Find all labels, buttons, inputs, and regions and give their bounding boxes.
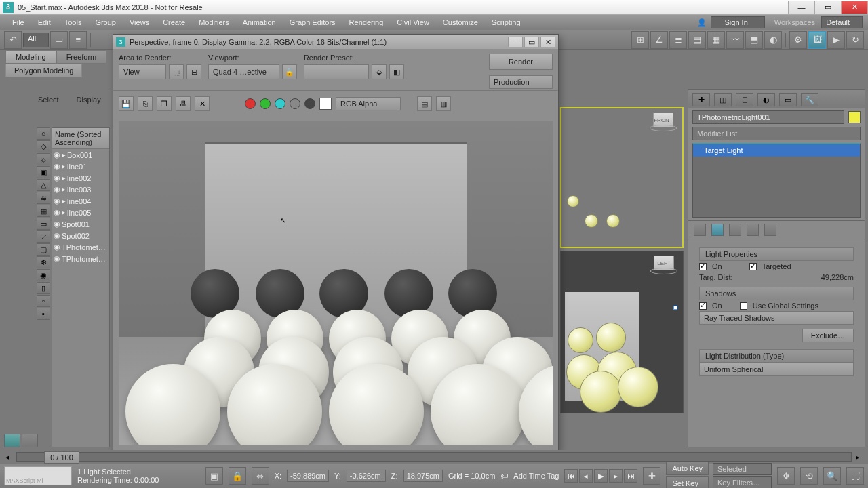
menu-grapheditors[interactable]: Graph Editors — [283, 16, 342, 28]
filter-bone-icon[interactable]: ⟋ — [37, 230, 50, 243]
render-minimize-button[interactable]: — — [508, 37, 523, 47]
time-slider-handle[interactable]: 0 / 100 — [44, 451, 79, 464]
filter-xref-icon[interactable]: ▭ — [37, 218, 50, 230]
targeted-checkbox[interactable] — [749, 263, 757, 270]
ribbon-sub-polygon[interactable]: Polygon Modeling — [5, 64, 82, 77]
viewport-left[interactable]: LEFT — [560, 251, 684, 413]
filter-all-icon[interactable]: ▯ — [37, 282, 50, 294]
goto-start-icon[interactable]: ⏮ — [564, 469, 578, 483]
add-time-tag[interactable]: Add Time Tag — [513, 472, 559, 480]
effects-dialog-icon[interactable]: ◧ — [389, 64, 404, 79]
modifier-stack[interactable]: Target Light — [692, 143, 861, 218]
curve-editor-icon[interactable]: 〰 — [726, 31, 744, 49]
isolate-icon[interactable]: ▣ — [205, 467, 223, 485]
render-preset-dropdown[interactable] — [304, 64, 369, 79]
channel-dropdown[interactable]: RGB Alpha — [336, 97, 401, 110]
tab-modify-icon[interactable]: ◫ — [714, 93, 732, 106]
light-distribution-dropdown[interactable]: Uniform Spherical — [699, 363, 854, 376]
menu-customize[interactable]: Customize — [436, 16, 485, 28]
rollout-light-properties[interactable]: Light Properties — [699, 247, 854, 261]
list-item[interactable]: ◉▸line01 — [52, 161, 109, 172]
coord-z[interactable]: 18,975cm — [403, 470, 443, 482]
tab-hierarchy-icon[interactable]: ⌶ — [736, 93, 753, 106]
exclude-button[interactable]: Exclude… — [802, 329, 854, 342]
menu-file[interactable]: File — [5, 16, 31, 28]
copy-image-icon[interactable]: ⎘ — [138, 96, 153, 111]
viewcube[interactable]: LEFT — [649, 256, 679, 280]
clone-frame-icon[interactable]: ❐ — [157, 96, 172, 111]
edit-region-icon[interactable]: ⬚ — [169, 64, 184, 79]
channel-blue-icon[interactable] — [275, 98, 285, 109]
filter-spacewarps-icon[interactable]: ≋ — [37, 192, 50, 204]
list-item[interactable]: ◉TPhotometricLight001 — [52, 241, 109, 253]
workspaces-dropdown[interactable]: Default — [821, 16, 863, 28]
list-item[interactable]: ◉Spot002 — [52, 230, 109, 241]
filter-groups-icon[interactable]: ▦ — [37, 205, 50, 217]
layers-icon[interactable]: ▤ — [688, 31, 706, 49]
tab-display-icon[interactable]: ▭ — [779, 93, 797, 106]
background-swatch[interactable] — [319, 98, 332, 110]
key-filters-dropdown[interactable]: Key Filters… — [713, 476, 772, 488]
menu-civilview[interactable]: Civil View — [390, 16, 435, 28]
pin-stack-icon[interactable] — [694, 224, 706, 236]
minimize-button[interactable]: — — [788, 1, 815, 14]
menu-views[interactable]: Views — [123, 16, 156, 28]
lock-selection-icon[interactable]: 🔒 — [229, 467, 246, 485]
auto-key-button[interactable]: Auto Key — [666, 462, 709, 475]
menu-edit[interactable]: Edit — [31, 16, 58, 28]
layout-thumb[interactable] — [22, 434, 38, 447]
production-dropdown[interactable]: Production — [489, 75, 553, 89]
render-production-icon[interactable]: ▶ — [827, 31, 845, 49]
filter-none-icon[interactable]: ▫ — [37, 295, 50, 307]
explorer-tab-select[interactable]: Select — [34, 94, 63, 106]
env-dialog-icon[interactable]: ⬙ — [372, 64, 387, 79]
modifier-stack-item[interactable]: Target Light — [693, 144, 860, 157]
shadow-type-dropdown[interactable]: Ray Traced Shadows — [699, 311, 854, 325]
channel-red-icon[interactable] — [245, 98, 256, 109]
list-item[interactable]: ◉▸Box001 — [52, 149, 109, 161]
layer-explorer-icon[interactable]: ▦ — [707, 31, 725, 49]
filter-helpers-icon[interactable]: △ — [37, 179, 50, 191]
schematic-view-icon[interactable]: ⬒ — [745, 31, 763, 49]
lock-viewport-icon[interactable]: 🔒 — [282, 64, 297, 79]
clear-icon[interactable]: ✕ — [195, 96, 210, 111]
tab-create-icon[interactable]: ✚ — [692, 93, 710, 106]
prev-frame-icon[interactable]: ◂ — [579, 469, 593, 483]
menu-tools[interactable]: Tools — [58, 16, 89, 28]
render-titlebar[interactable]: 3 Perspective, frame 0, Display Gamma: 2… — [113, 35, 558, 49]
render-frame-icon[interactable]: 🖼 — [808, 31, 826, 49]
render-close-button[interactable]: ✕ — [540, 37, 555, 47]
align-icon[interactable]: ≣ — [669, 31, 687, 49]
select-by-name-icon[interactable]: ≡ — [69, 31, 87, 49]
selection-filter-dropdown[interactable]: All — [23, 33, 49, 47]
object-name-input[interactable] — [692, 110, 844, 124]
sign-in-dropdown[interactable]: Sign In — [711, 16, 765, 28]
list-item[interactable]: ◉TPhotometricLight002 — [52, 253, 109, 264]
filter-cameras-icon[interactable]: ▣ — [37, 166, 50, 178]
filter-frozen-icon[interactable]: ❄ — [37, 256, 50, 268]
angle-snap-icon[interactable]: ∠ — [650, 31, 668, 49]
list-item[interactable]: ◉Spot001 — [52, 218, 109, 230]
tab-motion-icon[interactable]: ◐ — [757, 93, 775, 106]
coord-x[interactable]: -59,889cm — [287, 470, 329, 482]
filter-invert-icon[interactable]: ▪ — [37, 308, 50, 320]
modifier-list-dropdown[interactable]: Modifier List — [692, 127, 861, 140]
area-to-render-dropdown[interactable]: View — [119, 64, 166, 79]
shadows-on-checkbox[interactable] — [699, 302, 707, 310]
layout-thumb[interactable] — [4, 434, 20, 447]
viewport-front[interactable]: FRONT — [560, 107, 684, 248]
render-button[interactable]: Render — [489, 54, 553, 70]
list-item[interactable]: ◉▸line002 — [52, 172, 109, 184]
close-button[interactable]: ✕ — [841, 1, 868, 14]
channel-alpha-icon[interactable] — [290, 98, 300, 109]
menu-modifiers[interactable]: Modifiers — [192, 16, 236, 28]
auto-region-icon[interactable]: ⊟ — [186, 64, 201, 79]
channel-green-icon[interactable] — [260, 98, 271, 109]
explorer-tab-display[interactable]: Display — [73, 94, 105, 106]
maxscript-listener[interactable]: MAXScript Mi — [4, 466, 72, 485]
rollout-shadows[interactable]: Shadows — [699, 287, 854, 300]
render-maximize-button[interactable]: ▭ — [524, 37, 539, 47]
goto-end-icon[interactable]: ⏭ — [624, 469, 637, 483]
list-item[interactable]: ◉▸line003 — [52, 184, 109, 195]
material-editor-icon[interactable]: ◐ — [764, 31, 782, 49]
